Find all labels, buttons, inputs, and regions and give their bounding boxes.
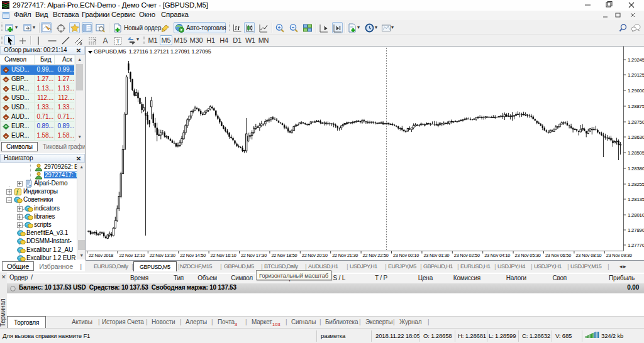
svg-text:1.28750: 1.28750 — [628, 119, 644, 125]
svg-text:1.28630: 1.28630 — [628, 134, 644, 140]
svg-text:1.27890: 1.27890 — [628, 227, 644, 233]
svg-text:23 Nov 01:30: 23 Nov 01:30 — [423, 253, 449, 258]
svg-text:23 Nov 08:10: 23 Nov 08:10 — [575, 253, 601, 258]
svg-text:23 Nov 00:10: 23 Nov 00:10 — [393, 253, 419, 258]
svg-text:1.28255: 1.28255 — [628, 182, 644, 187]
svg-text:22 Nov 16:10: 22 Nov 16:10 — [211, 253, 236, 258]
svg-text:1.27770: 1.27770 — [628, 242, 644, 248]
svg-text:22 Nov 14:50: 22 Nov 14:50 — [180, 253, 206, 258]
svg-text:23 Nov 09:30: 23 Nov 09:30 — [606, 253, 632, 258]
svg-text:1.28135: 1.28135 — [628, 197, 644, 202]
svg-text:22 Nov 17:30: 22 Nov 17:30 — [241, 253, 267, 258]
svg-text:23 Nov 05:30: 23 Nov 05:30 — [515, 253, 541, 258]
svg-text:23 Nov 04:10: 23 Nov 04:10 — [484, 253, 510, 258]
svg-text:22 Nov 12:10: 22 Nov 12:10 — [119, 253, 145, 258]
svg-text:22 Nov 22:50: 22 Nov 22:50 — [363, 253, 389, 258]
svg-text:22 Nov 13:30: 22 Nov 13:30 — [150, 253, 175, 258]
svg-text:1.29245: 1.29245 — [628, 57, 644, 63]
svg-text:A: A — [103, 36, 108, 45]
svg-text:22 Nov 21:30: 22 Nov 21:30 — [332, 253, 358, 258]
svg-text:GBPUSD,M5 1.27116 1.27121 1.2: GBPUSD,M5 1.27116 1.27121 1.27091 1.2709… — [94, 48, 211, 55]
svg-text:22 Nov 20:10: 22 Nov 20:10 — [302, 253, 328, 258]
svg-text:22 Nov 2018: 22 Nov 2018 — [89, 253, 113, 258]
svg-text:1.28010: 1.28010 — [628, 212, 644, 218]
svg-text:1.28875: 1.28875 — [628, 104, 644, 109]
svg-text:T: T — [116, 38, 120, 45]
svg-text:23 Nov 06:50: 23 Nov 06:50 — [545, 253, 571, 258]
svg-text:1.29125: 1.29125 — [628, 72, 644, 78]
svg-text:1.28505: 1.28505 — [628, 150, 644, 156]
svg-text:22 Nov 18:50: 22 Nov 18:50 — [271, 253, 297, 258]
svg-text:1.28380: 1.28380 — [628, 166, 644, 172]
svg-text:23 Nov 02:50: 23 Nov 02:50 — [454, 253, 480, 258]
svg-text:1.29000: 1.29000 — [628, 88, 644, 94]
